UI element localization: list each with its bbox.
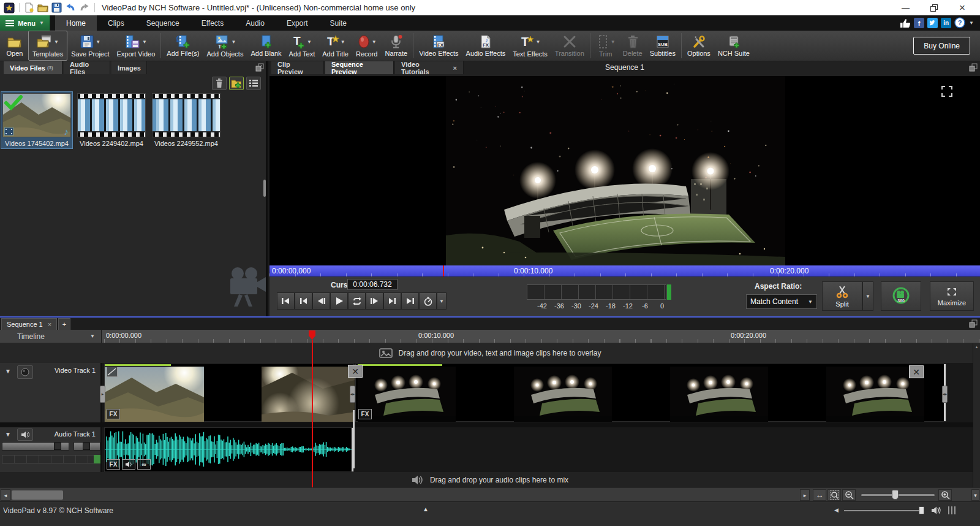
fit-timeline-button[interactable]: ↔ bbox=[813, 489, 826, 501]
fx-badge[interactable]: FX bbox=[358, 409, 372, 419]
tab-video-tutorials[interactable]: Video Tutorials× bbox=[395, 61, 464, 74]
clip-volume-badge[interactable] bbox=[122, 459, 135, 470]
timeline-vertical-scrollbar[interactable]: ▴ bbox=[973, 343, 980, 487]
maximize-preview-button[interactable]: Maximize bbox=[930, 281, 974, 311]
video-clip-stadium[interactable]: FX ✕ bbox=[355, 364, 946, 422]
export-video-button[interactable]: ▼ Export Video bbox=[113, 31, 159, 61]
list-view-button[interactable] bbox=[246, 77, 261, 90]
media-file-item[interactable]: ♪ Videos 1745402.mp4 bbox=[1, 92, 72, 148]
speaker-icon[interactable] bbox=[931, 506, 942, 515]
tab-sequence-preview[interactable]: Sequence Preview bbox=[325, 61, 394, 74]
like-icon[interactable] bbox=[900, 18, 911, 28]
dropdown-icon[interactable]: ▼ bbox=[307, 39, 312, 45]
transition-button[interactable]: Transition bbox=[551, 31, 588, 61]
audio-effects-button[interactable]: FX♪ Audio Effects bbox=[462, 31, 510, 61]
media-file-item[interactable]: Videos 2249552.mp4 bbox=[151, 92, 222, 148]
narrate-button[interactable]: Narrate bbox=[381, 31, 411, 61]
tab-audio-files[interactable]: Audio Files bbox=[64, 61, 110, 74]
options-button[interactable]: Options bbox=[684, 31, 714, 61]
master-volume-thumb[interactable] bbox=[919, 506, 924, 514]
tab-video-files[interactable]: Video Files (3) bbox=[4, 61, 62, 74]
zoom-to-selection-button[interactable] bbox=[827, 489, 841, 501]
dropdown-icon[interactable]: ▼ bbox=[54, 39, 59, 45]
tab-clips[interactable]: Clips bbox=[97, 15, 135, 31]
dropdown-icon[interactable]: ▼ bbox=[611, 39, 616, 45]
clip-right-trim-handle[interactable]: ◂▸ bbox=[350, 386, 355, 403]
clip-edge[interactable] bbox=[352, 428, 353, 471]
help-dropdown-icon[interactable]: ▼ bbox=[969, 20, 974, 26]
twitter-icon[interactable] bbox=[927, 18, 938, 28]
save-project-button[interactable]: ▼ Save Project bbox=[67, 31, 113, 61]
audio-clip-waveform[interactable]: FX ∞ bbox=[104, 427, 354, 472]
cursor-time-field[interactable]: 0:00:06.732 bbox=[347, 279, 398, 290]
clip-right-trim-handle[interactable]: ◂▸ bbox=[942, 386, 948, 403]
scroll-left-button[interactable]: ◂ bbox=[1, 489, 10, 501]
delete-button[interactable]: Delete bbox=[619, 31, 646, 61]
trim-button[interactable]: ▼ Trim bbox=[592, 31, 619, 61]
add-objects-button[interactable]: T▼ Add Objects bbox=[203, 31, 247, 61]
split-dropdown[interactable]: ▼ bbox=[862, 281, 873, 311]
open-button[interactable]: Open bbox=[1, 31, 28, 61]
new-project-icon[interactable] bbox=[24, 2, 34, 13]
tab-images[interactable]: Images bbox=[111, 61, 147, 74]
text-effects-button[interactable]: T▼ Text Effects bbox=[509, 31, 551, 61]
video-clip-mountain[interactable]: FX bbox=[104, 364, 354, 422]
dropdown-icon[interactable]: ▼ bbox=[372, 39, 377, 45]
nch-suite-button[interactable]: NCH Suite bbox=[714, 31, 753, 61]
tab-sequence[interactable]: Sequence bbox=[135, 15, 190, 31]
dropdown-icon[interactable]: ▼ bbox=[232, 39, 236, 45]
fullscreen-icon[interactable] bbox=[940, 85, 954, 98]
undo-icon[interactable] bbox=[65, 2, 76, 13]
detach-panel-icon[interactable] bbox=[969, 63, 978, 72]
tab-audio[interactable]: Audio bbox=[235, 15, 276, 31]
dropdown-icon[interactable]: ▼ bbox=[142, 39, 147, 45]
fx-badge[interactable]: FX bbox=[107, 409, 120, 419]
collapse-track-icon[interactable]: ▼ bbox=[5, 368, 11, 375]
tab-export[interactable]: Export bbox=[276, 15, 319, 31]
scroll-right-button[interactable]: ▸ bbox=[800, 489, 810, 501]
minimize-button[interactable]: — bbox=[902, 4, 910, 12]
record-button[interactable]: ▼ Record bbox=[352, 31, 381, 61]
linkedin-icon[interactable]: in bbox=[941, 18, 951, 28]
zoom-out-button[interactable] bbox=[842, 489, 856, 501]
timeline-ruler[interactable]: 0:00:00.000 0:00:10.000 0:00:20.000 bbox=[102, 330, 980, 343]
previous-clip-button[interactable] bbox=[295, 292, 312, 310]
subtitles-button[interactable]: SUB Subtitles bbox=[646, 31, 679, 61]
track-mute-toggle[interactable] bbox=[17, 429, 33, 441]
master-volume-track[interactable] bbox=[844, 510, 924, 511]
delete-file-button[interactable] bbox=[212, 77, 227, 90]
close-tab-icon[interactable]: × bbox=[453, 64, 457, 72]
add-files-button[interactable]: Add File(s) bbox=[163, 31, 203, 61]
open-project-icon[interactable] bbox=[37, 2, 48, 13]
transition-x-icon[interactable]: ✕ bbox=[909, 365, 924, 378]
fade-icon[interactable] bbox=[107, 367, 118, 377]
slider-thumb[interactable] bbox=[83, 443, 90, 450]
preview-360-button[interactable]: 360 bbox=[881, 281, 921, 311]
step-back-button[interactable] bbox=[312, 292, 330, 310]
volume-min-icon[interactable]: ◀ bbox=[834, 507, 839, 513]
scroll-down-button[interactable]: ▾ bbox=[971, 489, 979, 501]
scrubber-playhead[interactable] bbox=[443, 265, 444, 276]
panel-scrollbar-thumb[interactable] bbox=[263, 180, 266, 197]
play-button[interactable] bbox=[330, 292, 348, 310]
transition-x-icon[interactable]: ✕ bbox=[348, 365, 363, 378]
video-preview-stage[interactable] bbox=[270, 76, 980, 265]
main-menu-button[interactable]: Menu ▼ bbox=[0, 15, 50, 31]
expand-panel-arrow[interactable]: ▲ bbox=[423, 506, 429, 513]
transport-dropdown[interactable]: ▼ bbox=[437, 292, 447, 310]
detach-panel-icon[interactable] bbox=[255, 63, 264, 72]
preview-scrubber[interactable]: 0:00:00,000 0:00:10.000 0:00:20.000 bbox=[270, 265, 980, 276]
add-text-button[interactable]: T▼ Add Text bbox=[285, 31, 319, 61]
media-file-item[interactable]: Videos 2249402.mp4 bbox=[76, 92, 147, 148]
go-to-start-button[interactable] bbox=[277, 292, 295, 310]
timeline-mode-select[interactable]: Timeline ▼ bbox=[0, 330, 102, 343]
tab-suite[interactable]: Suite bbox=[319, 15, 358, 31]
add-folder-button[interactable] bbox=[229, 77, 244, 90]
go-to-end-button[interactable] bbox=[401, 292, 419, 310]
fx-badge[interactable]: FX bbox=[107, 459, 120, 470]
dropdown-icon[interactable]: ▼ bbox=[96, 39, 100, 45]
video-effects-button[interactable]: FX Video Effects bbox=[415, 31, 462, 61]
help-icon[interactable]: ? bbox=[954, 17, 966, 29]
close-tab-icon[interactable]: × bbox=[48, 321, 51, 328]
pan-slider[interactable] bbox=[74, 442, 100, 451]
